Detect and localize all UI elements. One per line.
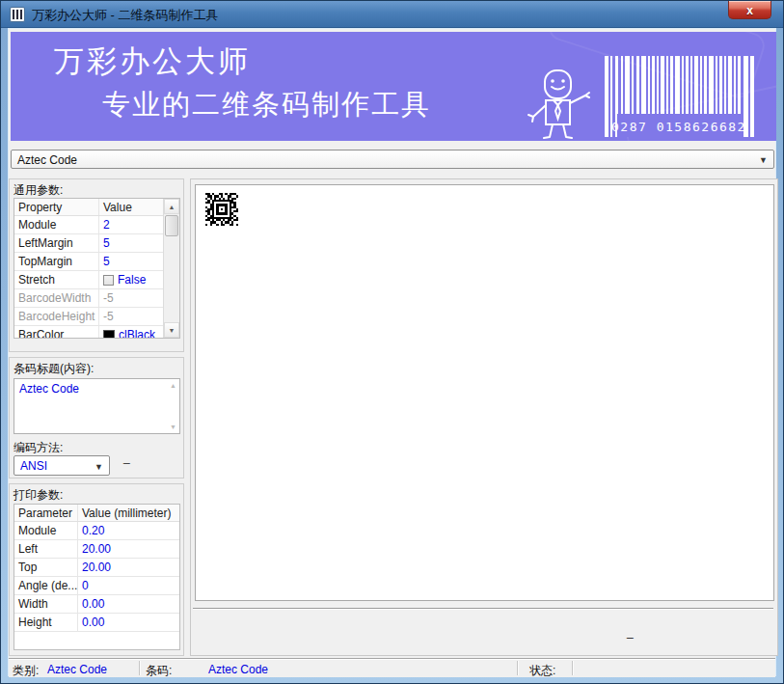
preview-area[interactable] [195, 184, 774, 601]
print-param-row[interactable]: Height0.00 [14, 614, 179, 632]
general-params-label: 通用参数: [14, 182, 63, 199]
property-value[interactable]: False [99, 271, 165, 288]
preview-divider [193, 608, 773, 610]
param-name: Height [14, 614, 78, 631]
content-panel: 条码标题(内容): Aztec Code ▲ ▼ 编码方法: ANSI ▼ _ [9, 357, 184, 479]
property-value[interactable]: -5 [99, 308, 165, 325]
property-row[interactable]: BarcodeWidth-5 [14, 289, 165, 308]
status-separator [572, 661, 573, 675]
print-param-row[interactable]: Module0.20 [14, 522, 179, 540]
property-row[interactable]: BarcodeHeight-5 [14, 308, 165, 326]
close-button[interactable]: x [728, 1, 771, 19]
preview-dash: _ [627, 625, 634, 639]
param-name: Module [14, 522, 78, 539]
property-row[interactable]: BarColorclBlack [14, 326, 165, 339]
scroll-thumb[interactable] [165, 215, 178, 236]
status-category-value: Aztec Code [47, 663, 107, 676]
encoding-label: 编码方法: [14, 440, 63, 456]
mascot-doodle-icon [524, 68, 607, 141]
param-value[interactable]: 0.20 [78, 522, 179, 539]
chevron-down-icon: ▼ [759, 155, 768, 165]
status-separator [139, 661, 140, 675]
print-param-row[interactable]: Left20.00 [14, 540, 179, 559]
property-name: LeftMargin [14, 234, 99, 252]
general-params-table: Property Value Module2LeftMargin5TopMarg… [14, 198, 180, 339]
client-area: 万彩办公大师 专业的二维条码制作工具 [8, 28, 776, 676]
param-value[interactable]: 0.00 [78, 614, 179, 631]
print-param-row[interactable]: Top20.00 [14, 559, 179, 577]
barcode-glyph-icon [13, 10, 22, 19]
memo-scroll-up-icon[interactable]: ▲ [170, 382, 176, 389]
app-icon [10, 7, 25, 22]
property-value[interactable]: 5 [99, 253, 165, 270]
memo-scroll-down-icon[interactable]: ▼ [170, 424, 176, 430]
encoding-value: ANSI [20, 459, 47, 473]
property-value[interactable]: clBlack [99, 326, 165, 339]
checkbox-icon[interactable] [103, 275, 114, 286]
param-name: Left [14, 540, 78, 558]
app-window: 万彩办公大师 - 二维条码制作工具 x 万彩办公大师 专业的二维条码制作工具 [0, 0, 784, 684]
property-row[interactable]: StretchFalse [14, 271, 165, 289]
status-barcode-value: Aztec Code [208, 663, 268, 676]
status-state-label: 状态: [529, 663, 555, 679]
titlebar: 万彩办公大师 - 二维条码制作工具 x [1, 1, 783, 28]
barcode-content-input[interactable]: Aztec Code ▲ ▼ [14, 378, 180, 434]
status-separator [517, 661, 518, 675]
param-value[interactable]: 0 [78, 577, 179, 594]
property-name: Module [14, 216, 99, 233]
general-params-rows: Module2LeftMargin5TopMargin5StretchFalse… [14, 216, 165, 339]
param-value[interactable]: 20.00 [78, 540, 179, 558]
property-value[interactable]: 5 [99, 234, 165, 252]
status-barcode-label: 条码: [146, 663, 172, 679]
general-params-panel: 通用参数: Property Value Module2LeftMargin5T… [9, 178, 184, 352]
scroll-up-icon[interactable]: ▲ [164, 199, 179, 214]
print-params-table: Parameter Value (millimeter) Module0.20L… [14, 504, 180, 650]
print-param-row[interactable]: Width0.00 [14, 595, 179, 614]
column-header-value-mm: Value (millimeter) [78, 505, 179, 521]
property-name: TopMargin [14, 253, 99, 270]
print-params-rows: Module0.20Left20.00Top20.00Angle (de...0… [14, 522, 179, 632]
barcode-digits: 0287 0158626682 [611, 120, 746, 134]
property-name: BarColor [14, 326, 99, 339]
content-label: 条码标题(内容): [14, 361, 94, 377]
param-value[interactable]: 20.00 [78, 559, 179, 576]
column-header-property: Property [14, 199, 99, 215]
table-header: Parameter Value (millimeter) [14, 505, 179, 522]
table-scrollbar[interactable]: ▲ ▼ [163, 199, 179, 338]
param-name: Angle (de... [14, 577, 78, 594]
status-category-label: 类别: [13, 663, 39, 679]
banner-title: 万彩办公大师 [54, 41, 251, 82]
property-name: Stretch [14, 271, 99, 288]
property-row[interactable]: TopMargin5 [14, 253, 165, 271]
property-name: BarcodeWidth [14, 289, 99, 307]
property-row[interactable]: LeftMargin5 [14, 234, 165, 253]
property-row[interactable]: Module2 [14, 216, 165, 234]
banner-subtitle: 专业的二维条码制作工具 [102, 86, 431, 124]
aztec-code-image [205, 193, 238, 226]
chevron-down-icon: ▼ [95, 462, 103, 472]
table-header: Property Value [14, 199, 179, 216]
param-value[interactable]: 0.00 [78, 595, 179, 613]
param-name: Width [14, 595, 78, 613]
encoding-dash: _ [123, 451, 130, 464]
color-swatch[interactable] [103, 330, 115, 339]
print-param-row[interactable]: Angle (de...0 [14, 577, 179, 595]
encoding-select[interactable]: ANSI ▼ [14, 455, 110, 476]
barcode-graphic: 0287 0158626682 [605, 56, 759, 137]
preview-pane: _ [190, 178, 778, 656]
property-value[interactable]: 2 [99, 216, 165, 233]
barcode-content-value: Aztec Code [19, 382, 79, 396]
column-header-parameter: Parameter [14, 505, 78, 521]
property-value[interactable]: -5 [99, 289, 165, 307]
status-bar: 类别: Aztec Code 条码: Aztec Code 状态: [9, 658, 775, 677]
banner: 万彩办公大师 专业的二维条码制作工具 [11, 32, 776, 141]
print-params-panel: 打印参数: Parameter Value (millimeter) Modul… [9, 483, 184, 656]
print-params-label: 打印参数: [14, 487, 63, 504]
scroll-down-icon[interactable]: ▼ [164, 322, 179, 338]
close-icon: x [746, 4, 753, 17]
property-name: BarcodeHeight [14, 308, 99, 325]
barcode-type-value: Aztec Code [17, 153, 77, 167]
param-name: Top [14, 559, 78, 576]
window-title: 万彩办公大师 - 二维条码制作工具 [32, 7, 219, 24]
barcode-type-select[interactable]: Aztec Code ▼ [11, 150, 774, 169]
